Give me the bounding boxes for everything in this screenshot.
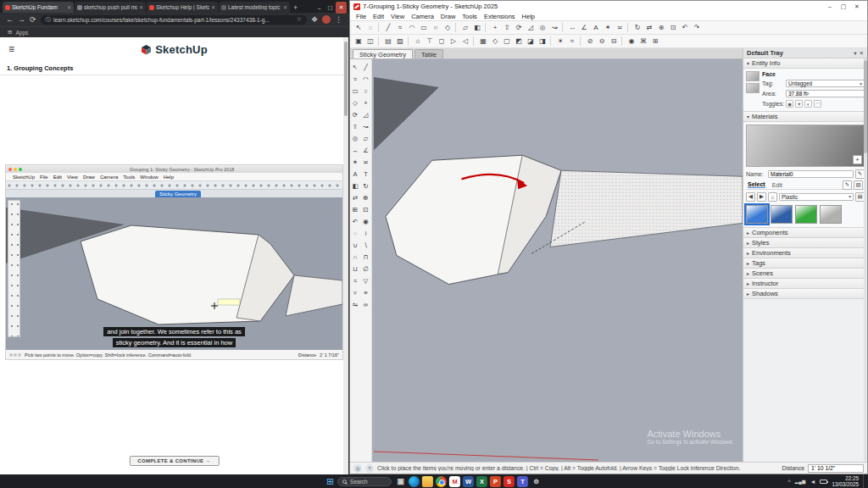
orbit-tool-icon[interactable]: ↻ [361, 180, 371, 191]
word-icon[interactable]: W [463, 476, 474, 487]
3d-warehouse-icon[interactable]: ⌘ [637, 36, 649, 47]
browser-tab-forum[interactable]: Latest modeling topic ✕ [219, 2, 290, 13]
scrollbar-thumb[interactable] [344, 42, 348, 116]
smoove-icon[interactable]: ≈ [350, 274, 360, 286]
teams-icon[interactable]: T [517, 476, 528, 487]
powerpoint-icon[interactable]: P [490, 476, 501, 487]
zoom-tool-icon[interactable]: ⊕ [655, 22, 667, 33]
axes-tool-icon[interactable]: ✶ [602, 22, 614, 33]
section-tags[interactable]: ▸Tags [743, 258, 867, 269]
menu-extensions[interactable]: Extensions [481, 13, 519, 20]
freehand-tool-icon[interactable]: ≈ [350, 73, 360, 85]
text-tool-icon[interactable]: A [350, 168, 360, 180]
new-tab-button[interactable]: + [293, 3, 298, 12]
chrome-icon[interactable] [436, 476, 447, 487]
xray-mode-icon[interactable]: ▦ [477, 36, 489, 47]
axes-tool-icon[interactable]: ✶ [350, 156, 360, 168]
text-tool-icon[interactable]: A [590, 22, 602, 33]
monochrome-mode-icon[interactable]: ◨ [537, 36, 548, 47]
menu-file[interactable]: File [353, 13, 370, 20]
view-back-icon[interactable]: ◁ [459, 36, 471, 47]
gmail-icon[interactable]: M [449, 476, 460, 487]
shaded-mode-icon[interactable]: ◩ [513, 36, 525, 47]
tray-chevron-icon[interactable]: ^ [788, 479, 791, 485]
follow-me-tool-icon[interactable]: ↝ [548, 22, 560, 33]
bookmark-star-icon[interactable]: ☆ [297, 16, 302, 23]
view-iso-icon[interactable]: ⌂ [412, 36, 424, 47]
previous-view-icon[interactable]: ↶ [679, 22, 691, 33]
network-icon[interactable]: ▂▄▆ [795, 480, 806, 484]
dimension-tool-icon[interactable]: ≍ [614, 22, 626, 33]
scene-tab-table[interactable]: Table [415, 49, 443, 58]
add-location-icon[interactable]: ◉ [626, 36, 637, 47]
view-front-icon[interactable]: ◻ [436, 36, 448, 47]
swatch-green[interactable] [795, 205, 817, 224]
maximize-button[interactable]: ▢ [325, 2, 336, 14]
section-styles[interactable]: ▸Styles [743, 238, 867, 248]
push-pull-tool-icon[interactable]: ⇧ [501, 22, 513, 33]
next-view-icon[interactable]: ↷ [691, 22, 703, 33]
back-icon[interactable]: ← [6, 16, 14, 24]
tab-select[interactable]: Select [748, 181, 765, 188]
rectangle-tool-icon[interactable]: ▭ [350, 85, 360, 97]
pan-tool-icon[interactable]: ⇄ [350, 191, 360, 203]
close-button[interactable]: ✕ [336, 2, 347, 14]
cast-shadows-icon[interactable]: ☀ [795, 100, 803, 108]
protractor-icon[interactable]: ∠ [578, 22, 590, 33]
scale-tool-icon[interactable]: ◿ [525, 22, 537, 33]
tray-scrollbar[interactable] [864, 58, 867, 462]
profile-avatar[interactable] [322, 15, 331, 24]
line-tool-icon[interactable]: ╱ [382, 22, 394, 33]
previous-view-icon[interactable]: ↶ [350, 215, 360, 227]
protractor-icon[interactable]: ∠ [361, 144, 371, 156]
intersect-icon[interactable]: ∩ [350, 251, 360, 263]
complete-continue-button[interactable]: COMPLETE & CONTINUE → [129, 456, 219, 466]
3d-viewport[interactable]: Activate Windows Go to Settings to activ… [372, 59, 743, 462]
help-icon[interactable]: ? [365, 464, 374, 473]
apps-label[interactable]: Apps [15, 30, 28, 36]
drape-icon[interactable]: ▿ [350, 286, 360, 298]
dimension-tool-icon[interactable]: ≍ [361, 156, 371, 168]
in-model-icon[interactable]: ⌂ [768, 192, 777, 202]
back-collection-icon[interactable]: ◀ [746, 192, 755, 202]
forward-icon[interactable]: → [18, 16, 25, 24]
textured-mode-icon[interactable]: ◪ [525, 36, 537, 47]
section-plane-icon[interactable]: ⊘ [584, 36, 596, 47]
circle-tool-icon[interactable]: ○ [361, 85, 371, 97]
section-components[interactable]: ▸Components [743, 228, 867, 238]
section-materials[interactable]: ▾ Materials [743, 112, 867, 122]
hidden-line-mode-icon[interactable]: ▢ [501, 36, 513, 47]
walk-tool-icon[interactable]: ≀ [361, 227, 371, 239]
select-tool-icon[interactable]: ↖ [353, 22, 364, 33]
browser-menu-icon[interactable]: ⋮ [335, 16, 342, 24]
flip-icon[interactable]: ⇋ [350, 298, 360, 310]
materials-icon[interactable]: ▨ [394, 36, 406, 47]
receive-shadows-icon[interactable]: ◐ [804, 100, 812, 108]
wireframe-mode-icon[interactable]: ◇ [489, 36, 501, 47]
eraser-tool-icon[interactable]: ▱ [459, 22, 471, 33]
menu-camera[interactable]: Camera [408, 13, 437, 20]
section-shadows[interactable]: ▸Shadows [743, 289, 867, 299]
scene-tab-sticky-geometry[interactable]: Sticky Geometry [353, 49, 413, 58]
zoom-extents-icon[interactable]: ⊡ [361, 203, 371, 215]
battery-icon[interactable] [820, 480, 827, 484]
taskbar-clock[interactable]: 22:25 13/03/2025 [832, 475, 859, 487]
tab-close-icon[interactable]: ✕ [283, 4, 287, 10]
taskbar-search[interactable]: Search [337, 477, 392, 486]
section-fill-icon[interactable]: ⊟ [608, 36, 620, 47]
view-top-icon[interactable]: ⊤ [424, 36, 436, 47]
lesson-video[interactable]: Grouping 1- Sticky Geometry - SketchUp P… [6, 165, 342, 359]
volume-icon[interactable]: ◄ [810, 479, 816, 485]
zoom-extents-icon[interactable]: ⊡ [667, 22, 679, 33]
tray-collapse-icon[interactable]: ▾ [854, 50, 856, 57]
geolocation-icon[interactable]: ◎ [353, 464, 362, 473]
start-button[interactable]: ⊞ [326, 477, 334, 486]
menu-edit[interactable]: Edit [370, 13, 387, 20]
section-cuts-icon[interactable]: ⊖ [596, 36, 608, 47]
lasso-select-icon[interactable]: ◌ [364, 22, 376, 33]
show-desktop-button[interactable] [863, 474, 865, 488]
browser-tab-push-pull[interactable]: sketchup push pull mo ✕ [75, 2, 146, 13]
push-pull-tool-icon[interactable]: ⇧ [350, 120, 360, 132]
extensions-icon[interactable]: ❖ [311, 16, 318, 24]
section-entity-info[interactable]: ▾ Entity Info [743, 58, 867, 69]
